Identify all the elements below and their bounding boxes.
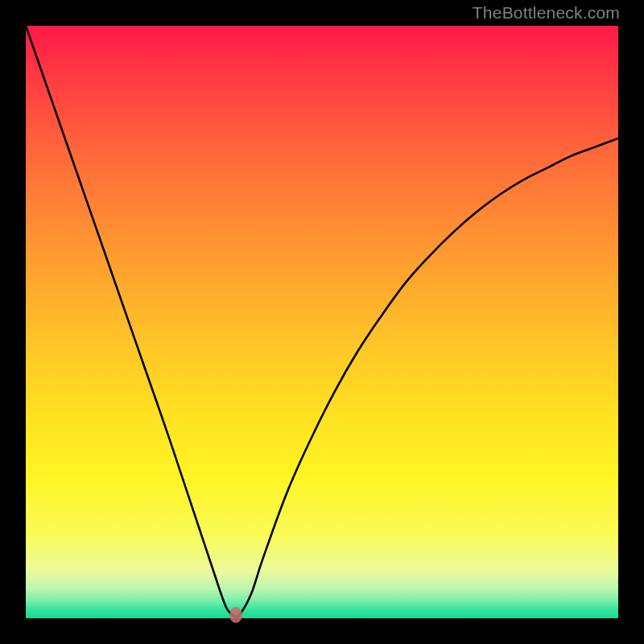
watermark-text: TheBottleneck.com (473, 3, 620, 23)
minimum-marker (229, 607, 242, 623)
bottleneck-curve (26, 26, 618, 618)
chart-frame: TheBottleneck.com (0, 0, 644, 644)
